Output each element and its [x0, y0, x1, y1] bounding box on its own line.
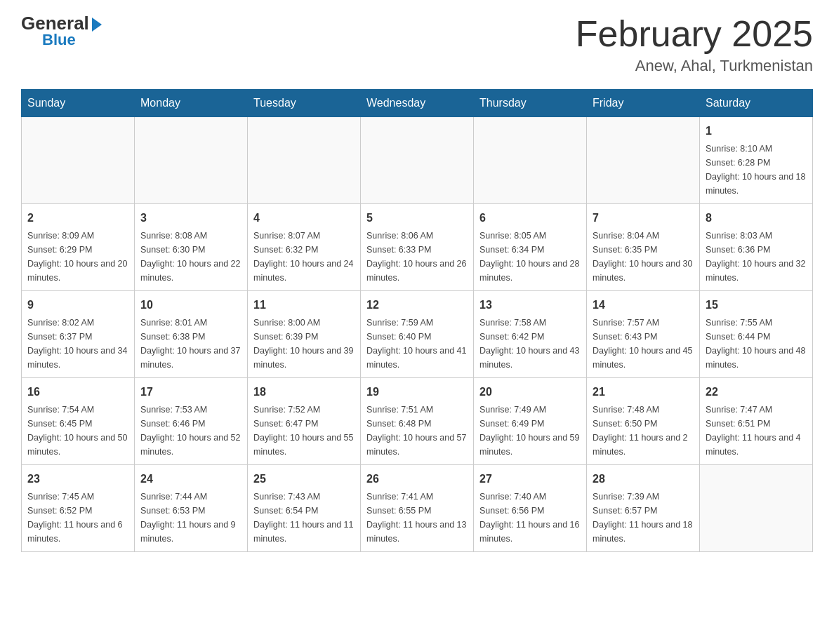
day-info: Sunrise: 8:01 AMSunset: 6:38 PMDaylight:… — [140, 316, 241, 372]
day-info: Sunrise: 8:08 AMSunset: 6:30 PMDaylight:… — [140, 229, 241, 285]
calendar-cell: 11Sunrise: 8:00 AMSunset: 6:39 PMDayligh… — [248, 291, 361, 378]
day-number: 20 — [479, 384, 581, 401]
day-number: 16 — [27, 384, 128, 401]
calendar-table: SundayMondayTuesdayWednesdayThursdayFrid… — [21, 89, 813, 552]
logo-general-text: General — [21, 14, 102, 32]
week-row-1: 1Sunrise: 8:10 AMSunset: 6:28 PMDaylight… — [22, 117, 813, 204]
day-number: 28 — [593, 471, 694, 488]
day-number: 27 — [479, 471, 581, 488]
day-number: 3 — [140, 210, 241, 227]
weekday-row: SundayMondayTuesdayWednesdayThursdayFrid… — [22, 90, 813, 117]
title-block: February 2025 Anew, Ahal, Turkmenistan — [576, 14, 813, 75]
day-number: 10 — [140, 297, 241, 314]
calendar-cell — [22, 117, 135, 204]
day-number: 14 — [593, 297, 694, 314]
day-number: 17 — [140, 384, 241, 401]
calendar-cell: 17Sunrise: 7:53 AMSunset: 6:46 PMDayligh… — [135, 378, 248, 465]
calendar-body: 1Sunrise: 8:10 AMSunset: 6:28 PMDaylight… — [22, 117, 813, 552]
weekday-header-tuesday: Tuesday — [248, 90, 361, 117]
calendar-cell — [700, 465, 813, 552]
calendar-cell: 26Sunrise: 7:41 AMSunset: 6:55 PMDayligh… — [361, 465, 474, 552]
calendar-cell: 1Sunrise: 8:10 AMSunset: 6:28 PMDaylight… — [700, 117, 813, 204]
day-number: 23 — [27, 471, 128, 488]
calendar-cell: 4Sunrise: 8:07 AMSunset: 6:32 PMDaylight… — [248, 204, 361, 291]
day-number: 25 — [253, 471, 355, 488]
day-number: 12 — [366, 297, 468, 314]
calendar-cell — [474, 117, 587, 204]
logo: General Blue — [21, 14, 102, 48]
calendar-cell: 25Sunrise: 7:43 AMSunset: 6:54 PMDayligh… — [248, 465, 361, 552]
day-number: 11 — [253, 297, 355, 314]
calendar-cell: 18Sunrise: 7:52 AMSunset: 6:47 PMDayligh… — [248, 378, 361, 465]
calendar-cell: 14Sunrise: 7:57 AMSunset: 6:43 PMDayligh… — [587, 291, 700, 378]
day-number: 24 — [140, 471, 241, 488]
calendar-header: SundayMondayTuesdayWednesdayThursdayFrid… — [22, 90, 813, 117]
weekday-header-friday: Friday — [587, 90, 700, 117]
calendar-cell: 16Sunrise: 7:54 AMSunset: 6:45 PMDayligh… — [22, 378, 135, 465]
calendar-cell: 7Sunrise: 8:04 AMSunset: 6:35 PMDaylight… — [587, 204, 700, 291]
weekday-header-monday: Monday — [135, 90, 248, 117]
day-info: Sunrise: 7:45 AMSunset: 6:52 PMDaylight:… — [27, 490, 128, 546]
calendar-cell — [361, 117, 474, 204]
day-info: Sunrise: 8:04 AMSunset: 6:35 PMDaylight:… — [593, 229, 694, 285]
calendar-cell: 2Sunrise: 8:09 AMSunset: 6:29 PMDaylight… — [22, 204, 135, 291]
calendar-cell: 3Sunrise: 8:08 AMSunset: 6:30 PMDaylight… — [135, 204, 248, 291]
day-info: Sunrise: 7:57 AMSunset: 6:43 PMDaylight:… — [593, 316, 694, 372]
day-info: Sunrise: 7:54 AMSunset: 6:45 PMDaylight:… — [27, 403, 128, 459]
calendar-cell: 10Sunrise: 8:01 AMSunset: 6:38 PMDayligh… — [135, 291, 248, 378]
day-info: Sunrise: 7:41 AMSunset: 6:55 PMDaylight:… — [366, 490, 468, 546]
weekday-header-thursday: Thursday — [474, 90, 587, 117]
logo-arrow-icon — [92, 18, 102, 32]
day-info: Sunrise: 7:51 AMSunset: 6:48 PMDaylight:… — [366, 403, 468, 459]
day-number: 4 — [253, 210, 355, 227]
day-number: 19 — [366, 384, 468, 401]
weekday-header-saturday: Saturday — [700, 90, 813, 117]
day-number: 26 — [366, 471, 468, 488]
calendar-cell: 13Sunrise: 7:58 AMSunset: 6:42 PMDayligh… — [474, 291, 587, 378]
week-row-3: 9Sunrise: 8:02 AMSunset: 6:37 PMDaylight… — [22, 291, 813, 378]
day-number: 13 — [479, 297, 581, 314]
week-row-4: 16Sunrise: 7:54 AMSunset: 6:45 PMDayligh… — [22, 378, 813, 465]
page-header: General Blue February 2025 Anew, Ahal, T… — [21, 14, 813, 75]
day-info: Sunrise: 7:40 AMSunset: 6:56 PMDaylight:… — [479, 490, 581, 546]
day-info: Sunrise: 8:00 AMSunset: 6:39 PMDaylight:… — [253, 316, 355, 372]
calendar-cell: 12Sunrise: 7:59 AMSunset: 6:40 PMDayligh… — [361, 291, 474, 378]
day-info: Sunrise: 8:03 AMSunset: 6:36 PMDaylight:… — [706, 229, 807, 285]
day-info: Sunrise: 7:39 AMSunset: 6:57 PMDaylight:… — [593, 490, 694, 546]
calendar-cell — [248, 117, 361, 204]
week-row-5: 23Sunrise: 7:45 AMSunset: 6:52 PMDayligh… — [22, 465, 813, 552]
day-info: Sunrise: 7:48 AMSunset: 6:50 PMDaylight:… — [593, 403, 694, 459]
day-number: 21 — [593, 384, 694, 401]
calendar-cell: 27Sunrise: 7:40 AMSunset: 6:56 PMDayligh… — [474, 465, 587, 552]
day-info: Sunrise: 7:44 AMSunset: 6:53 PMDaylight:… — [140, 490, 241, 546]
calendar-cell: 8Sunrise: 8:03 AMSunset: 6:36 PMDaylight… — [700, 204, 813, 291]
day-number: 8 — [706, 210, 807, 227]
day-number: 18 — [253, 384, 355, 401]
calendar-cell: 28Sunrise: 7:39 AMSunset: 6:57 PMDayligh… — [587, 465, 700, 552]
calendar-cell: 24Sunrise: 7:44 AMSunset: 6:53 PMDayligh… — [135, 465, 248, 552]
day-info: Sunrise: 7:47 AMSunset: 6:51 PMDaylight:… — [706, 403, 807, 459]
calendar-cell — [135, 117, 248, 204]
calendar-cell: 15Sunrise: 7:55 AMSunset: 6:44 PMDayligh… — [700, 291, 813, 378]
day-number: 15 — [706, 297, 807, 314]
week-row-2: 2Sunrise: 8:09 AMSunset: 6:29 PMDaylight… — [22, 204, 813, 291]
day-info: Sunrise: 8:07 AMSunset: 6:32 PMDaylight:… — [253, 229, 355, 285]
day-number: 5 — [366, 210, 468, 227]
day-number: 2 — [27, 210, 128, 227]
calendar-cell: 22Sunrise: 7:47 AMSunset: 6:51 PMDayligh… — [700, 378, 813, 465]
day-info: Sunrise: 8:10 AMSunset: 6:28 PMDaylight:… — [706, 142, 807, 198]
day-info: Sunrise: 7:58 AMSunset: 6:42 PMDaylight:… — [479, 316, 581, 372]
weekday-header-sunday: Sunday — [22, 90, 135, 117]
day-number: 22 — [706, 384, 807, 401]
day-info: Sunrise: 8:09 AMSunset: 6:29 PMDaylight:… — [27, 229, 128, 285]
day-number: 1 — [706, 123, 807, 140]
logo-blue-text: Blue — [42, 32, 76, 48]
day-number: 6 — [479, 210, 581, 227]
day-info: Sunrise: 7:55 AMSunset: 6:44 PMDaylight:… — [706, 316, 807, 372]
day-number: 9 — [27, 297, 128, 314]
month-title: February 2025 — [576, 14, 813, 54]
day-info: Sunrise: 7:59 AMSunset: 6:40 PMDaylight:… — [366, 316, 468, 372]
calendar-cell: 9Sunrise: 8:02 AMSunset: 6:37 PMDaylight… — [22, 291, 135, 378]
calendar-cell: 20Sunrise: 7:49 AMSunset: 6:49 PMDayligh… — [474, 378, 587, 465]
calendar-cell: 5Sunrise: 8:06 AMSunset: 6:33 PMDaylight… — [361, 204, 474, 291]
